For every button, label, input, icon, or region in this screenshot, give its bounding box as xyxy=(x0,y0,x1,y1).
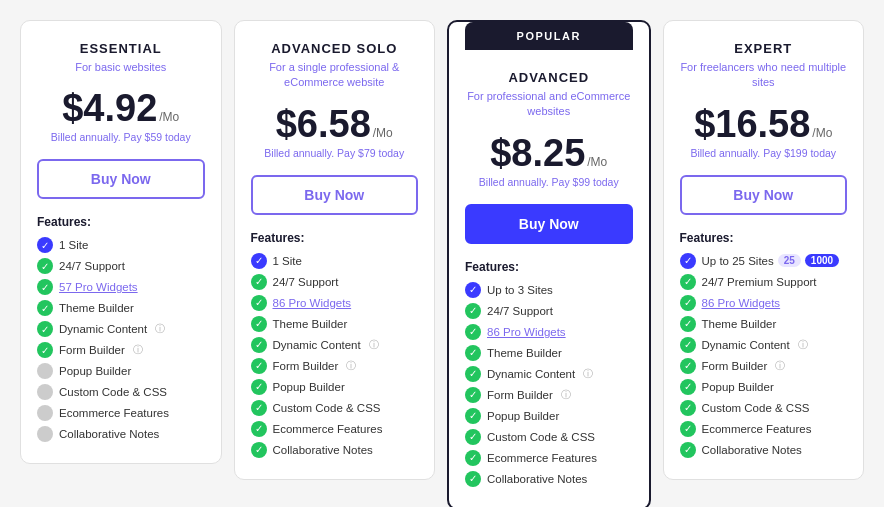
feature-link[interactable]: 86 Pro Widgets xyxy=(487,326,566,338)
feature-item: ✓ 86 Pro Widgets xyxy=(680,295,848,311)
feature-check-icon: ✓ xyxy=(465,450,481,466)
feature-item: ✓ Collaborative Notes xyxy=(680,442,848,458)
feature-link[interactable]: 86 Pro Widgets xyxy=(702,297,781,309)
feature-check-icon: ✓ xyxy=(37,342,53,358)
feature-item: ✓ Theme Builder xyxy=(37,300,205,316)
feature-item: Ecommerce Features xyxy=(37,405,205,421)
feature-item: ✓ Ecommerce Features xyxy=(465,450,633,466)
feature-text: Dynamic Content xyxy=(273,339,361,351)
feature-check-icon: ✓ xyxy=(465,303,481,319)
feature-text: Ecommerce Features xyxy=(59,407,169,419)
plan-price-row: $16.58 /Mo xyxy=(680,105,848,143)
features-label: Features: xyxy=(680,231,848,245)
feature-item: ✓ 57 Pro Widgets xyxy=(37,279,205,295)
feature-check-icon: ✓ xyxy=(37,237,53,253)
plan-price-mo: /Mo xyxy=(373,126,393,140)
feature-check-icon: ✓ xyxy=(465,345,481,361)
feature-check-icon: ✓ xyxy=(251,421,267,437)
feature-text: Collaborative Notes xyxy=(702,444,802,456)
plan-tagline: For professional and eCommerce websites xyxy=(465,89,633,120)
feature-text: Form Builder xyxy=(59,344,125,356)
feature-text: Theme Builder xyxy=(273,318,348,330)
feature-item: ✓ Popup Builder xyxy=(680,379,848,395)
feature-text: Dynamic Content xyxy=(487,368,575,380)
feature-check-icon: ✓ xyxy=(680,379,696,395)
feature-check-icon: ✓ xyxy=(465,366,481,382)
feature-text: Collaborative Notes xyxy=(273,444,373,456)
feature-check-icon: ✓ xyxy=(37,321,53,337)
buy-now-button[interactable]: Buy Now xyxy=(37,159,205,199)
feature-check-icon: ✓ xyxy=(680,253,696,269)
info-icon: ⓘ xyxy=(561,388,571,402)
feature-item: ✓ 86 Pro Widgets xyxy=(465,324,633,340)
feature-item: ✓ Dynamic Contentⓘ xyxy=(465,366,633,382)
feature-check-icon: ✓ xyxy=(465,282,481,298)
feature-text: Custom Code & CSS xyxy=(59,386,167,398)
feature-check-icon: ✓ xyxy=(680,421,696,437)
feature-item: ✓ Custom Code & CSS xyxy=(680,400,848,416)
plan-price-mo: /Mo xyxy=(159,110,179,124)
feature-check-icon: ✓ xyxy=(680,442,696,458)
plan-price-mo: /Mo xyxy=(812,126,832,140)
sites-badge-25: 25 xyxy=(778,254,801,267)
plan-price: $16.58 xyxy=(694,105,810,143)
feature-item: Collaborative Notes xyxy=(37,426,205,442)
feature-text: Ecommerce Features xyxy=(273,423,383,435)
feature-item: ✓ 86 Pro Widgets xyxy=(251,295,419,311)
feature-check-icon: ✓ xyxy=(465,471,481,487)
feature-check-icon: ✓ xyxy=(465,387,481,403)
feature-check-icon: ✓ xyxy=(680,400,696,416)
info-icon: ⓘ xyxy=(133,343,143,357)
feature-item: ✓ 24/7 Support xyxy=(465,303,633,319)
feature-text: Up to 3 Sites xyxy=(487,284,553,296)
feature-check-icon: ✓ xyxy=(465,324,481,340)
plan-tagline: For basic websites xyxy=(37,60,205,75)
feature-text: 24/7 Premium Support xyxy=(702,276,817,288)
feature-item: ✓ Up to 3 Sites xyxy=(465,282,633,298)
feature-check-icon: ✓ xyxy=(465,408,481,424)
feature-item: ✓ Theme Builder xyxy=(680,316,848,332)
feature-item: Popup Builder xyxy=(37,363,205,379)
plan-billing: Billed annually. Pay $99 today xyxy=(465,176,633,188)
feature-item: ✓ Custom Code & CSS xyxy=(465,429,633,445)
feature-check-icon: ✓ xyxy=(680,274,696,290)
feature-item: ✓ 24/7 Support xyxy=(37,258,205,274)
feature-text: Form Builder xyxy=(702,360,768,372)
features-label: Features: xyxy=(465,260,633,274)
feature-item: ✓ Form Builderⓘ xyxy=(37,342,205,358)
buy-now-button[interactable]: Buy Now xyxy=(251,175,419,215)
feature-text: Custom Code & CSS xyxy=(487,431,595,443)
feature-item: Custom Code & CSS xyxy=(37,384,205,400)
feature-item: ✓ Custom Code & CSS xyxy=(251,400,419,416)
feature-item: ✓ Theme Builder xyxy=(251,316,419,332)
feature-text: 24/7 Support xyxy=(487,305,553,317)
feature-check-icon: ✓ xyxy=(251,358,267,374)
feature-item: ✓ 1 Site xyxy=(251,253,419,269)
feature-item: ✓ Dynamic Contentⓘ xyxy=(251,337,419,353)
plan-price-mo: /Mo xyxy=(587,155,607,169)
sites-badge-1000: 1000 xyxy=(805,254,839,267)
feature-item: ✓ Dynamic Contentⓘ xyxy=(37,321,205,337)
feature-text: Theme Builder xyxy=(59,302,134,314)
feature-item: ✓ Up to 25 Sites 25 1000 xyxy=(680,253,848,269)
feature-link[interactable]: 57 Pro Widgets xyxy=(59,281,138,293)
feature-check-icon xyxy=(37,384,53,400)
feature-item: ✓ Form Builderⓘ xyxy=(465,387,633,403)
feature-check-icon: ✓ xyxy=(251,400,267,416)
buy-now-button[interactable]: Buy Now xyxy=(680,175,848,215)
feature-item: ✓ Form Builderⓘ xyxy=(251,358,419,374)
plan-price-row: $8.25 /Mo xyxy=(465,134,633,172)
feature-item: ✓ Collaborative Notes xyxy=(251,442,419,458)
plan-name: ADVANCED SOLO xyxy=(251,41,419,56)
feature-check-icon: ✓ xyxy=(251,337,267,353)
feature-item: ✓ Dynamic Contentⓘ xyxy=(680,337,848,353)
buy-now-button[interactable]: Buy Now xyxy=(465,204,633,244)
feature-text: Dynamic Content xyxy=(702,339,790,351)
feature-link[interactable]: 86 Pro Widgets xyxy=(273,297,352,309)
feature-check-icon: ✓ xyxy=(680,337,696,353)
feature-item: ✓ Collaborative Notes xyxy=(465,471,633,487)
feature-item: ✓ Popup Builder xyxy=(251,379,419,395)
feature-text: Popup Builder xyxy=(273,381,345,393)
plan-name: ESSENTIAL xyxy=(37,41,205,56)
feature-check-icon: ✓ xyxy=(251,316,267,332)
